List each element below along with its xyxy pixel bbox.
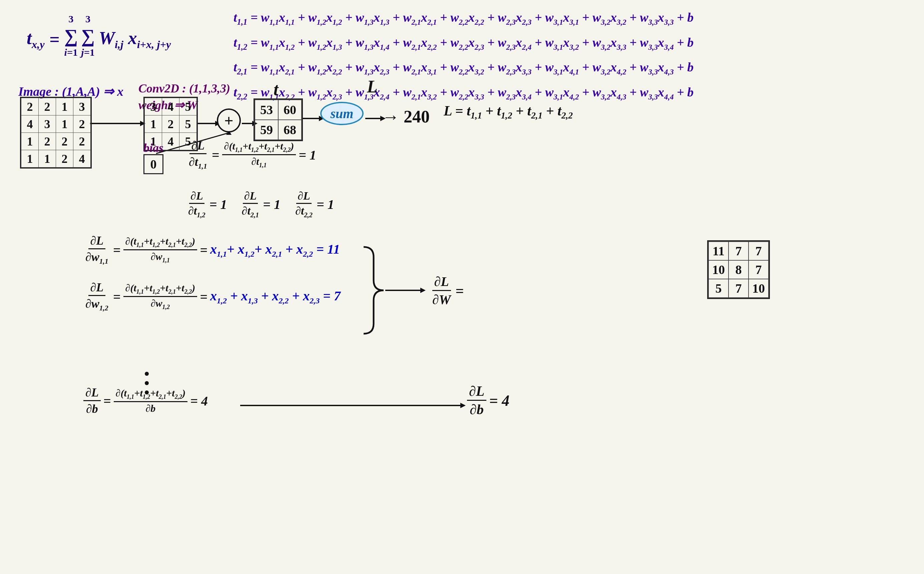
sum-operator: sum [320,102,364,125]
plus-operator: + [217,109,241,132]
input-matrix: 2 2 1 3 4 3 1 2 1 2 2 2 1 1 2 4 [20,97,92,169]
equation-t12: t1,2 = w1,1x1,2 + w1,2x1,3 + w1,3x1,4 + … [233,32,694,54]
result-matrix-table: 11 7 7 10 8 7 5 7 10 [708,241,769,298]
svg-marker-15 [460,403,466,408]
equations-block: t1,1 = w1,1x1,1 + w1,2x1,2 + w1,3x1,3 + … [233,7,694,106]
cell-2-3: 2 [73,115,91,133]
cell-1-7: 1 [39,150,56,167]
result-weight-gradient-matrix: 11 7 7 10 8 7 5 7 10 [707,240,770,299]
cell-1-4: 1 [56,115,73,133]
partial-frac-dLdw11: ∂L ∂w1,1 [83,233,110,266]
cell-3-1: 3 [73,98,91,115]
bias-value: 0 [143,154,164,174]
partial-dt12: ∂L ∂t1,2 = 1 [187,189,227,219]
equation-t21: t2,1 = w1,1x2,1 + w1,2x2,2 + w1,3x2,3 + … [233,57,694,79]
svg-point-17 [145,381,149,385]
table-row: 4 3 1 2 [21,115,91,133]
formula-lhs: tx,y [27,28,45,51]
svg-point-16 [145,372,149,376]
partial-dL-dt11-block: ∂L ∂t1,1 = ∂(t1,1+t1,2+t2,1+t2,2) ∂t1,1 … [187,139,316,171]
output-matrix: 53 60 59 68 [253,98,303,141]
partial-frac-dLdb: ∂L ∂b [83,385,101,416]
cell-2-5: 2 [56,133,73,150]
t-label: t [274,79,278,99]
table-row: 3 4 5 [145,98,197,115]
table-row: 11 7 7 [708,241,768,260]
table-row: 1 1 2 4 [21,150,91,167]
partial-frac-dLdw12-expanded: ∂(t1,1+t1,2+t2,1+t2,2) ∂w1,2 [123,282,197,311]
cell-1-6: 1 [21,150,39,167]
cell-3-2: 3 [39,115,56,133]
table-row: 53 60 [255,100,302,120]
sum-label: sum [331,106,354,121]
partial-dL-dw12-block: ∂L ∂w1,2 = ∂(t1,1+t1,2+t2,1+t2,2) ∂w1,2 … [83,280,341,313]
db-result-block: ∂L ∂b = 4 [467,383,509,418]
main-formula: tx,y = 3 ∑ i=1 3 ∑ j=1 Wi,j xi+x, j+y [27,17,171,62]
partial-dL-db-block: ∂L ∂b = ∂(t1,1+t1,2+t2,1+t2,2) ∂b = 4 [83,385,208,416]
cell-4-2: 4 [73,150,91,167]
partial-frac-dLdw11-expanded: ∂(t1,1+t1,2+t2,1+t2,2) ∂w1,1 [123,236,197,265]
result-240: → 240 [382,107,430,126]
output-matrix-table: 53 60 59 68 [255,99,302,140]
partial-dL-dw11-block: ∂L ∂w1,1 = ∂(t1,1+t1,2+t2,1+t2,2) ∂w1,1 … [83,233,340,266]
partial-frac-dLdb-expanded: ∂(t1,1+t1,2+t2,1+t2,2) ∂b [114,388,188,415]
cell-4-1: 4 [21,115,39,133]
table-row: 59 68 [255,120,302,140]
partial-fraction-dL-dt11: ∂L ∂t1,1 [187,139,209,171]
partial-frac-db-result: ∂L ∂b [467,383,486,418]
partial-others-block: ∂L ∂t1,2 = 1 ∂L ∂t2,1 = 1 ∂L ∂t2,2 = 1 [187,189,334,219]
input-matrix-table: 2 2 1 3 4 3 1 2 1 2 2 2 1 1 2 4 [21,98,91,167]
partial-fraction-numerator-11: ∂(t1,1+t1,2+t2,1+t2,2) ∂t1,1 [222,140,296,170]
cell-2-6: 2 [73,133,91,150]
partial-dw12-result: x1,2 + x1,3 + x2,2 + x2,3 = 7 [210,288,341,305]
cell-2-7: 2 [56,150,73,167]
partial-dt21: ∂L ∂t2,1 = 1 [241,189,281,219]
table-row: 1 2 2 2 [21,133,91,150]
l-label: L [367,77,378,96]
partial-dw11-result: x1,1+ x1,2+ x2,1 + x2,2 = 11 [210,241,340,259]
partial-dW-label-block: ∂L ∂W = [430,274,464,308]
table-row: 10 8 7 [708,260,768,279]
bias-label: bias [143,141,164,155]
table-row: 5 7 10 [708,279,768,298]
cell-2-1: 2 [39,98,56,115]
partial-frac-dLdW: ∂L ∂W [430,274,453,308]
table-row: 1 2 5 [145,115,197,133]
l-equation: L = t1,1 + t1,2 + t2,1 + t2,2 [444,103,573,121]
cell-1-5: 1 [21,133,39,150]
table-row: 2 2 1 3 [21,98,91,115]
main-canvas: tx,y = 3 ∑ i=1 3 ∑ j=1 Wi,j xi+x, j+y t1… [0,0,924,574]
equation-t11: t1,1 = w1,1x1,1 + w1,2x1,2 + w1,3x1,3 + … [233,7,694,29]
partial-frac-dLdw12: ∂L ∂w1,2 [83,280,110,313]
svg-marker-13 [420,288,426,293]
partial-dt22: ∂L ∂t2,2 = 1 [294,189,334,219]
cell-2-4: 2 [39,133,56,150]
cell-2-2: 2 [21,98,39,115]
cell-1-3: 1 [56,98,73,115]
